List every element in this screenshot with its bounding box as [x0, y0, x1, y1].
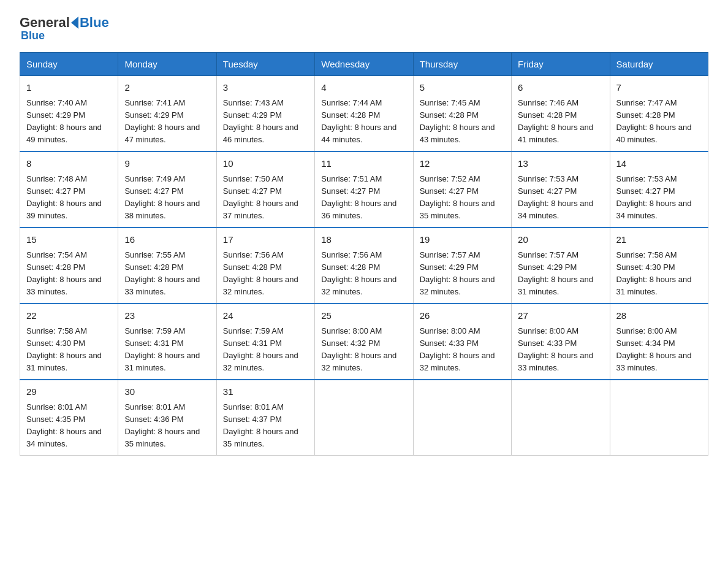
calendar-cell: 15Sunrise: 7:54 AMSunset: 4:28 PMDayligh…	[20, 228, 118, 304]
calendar-cell: 8Sunrise: 7:48 AMSunset: 4:27 PMDaylight…	[20, 151, 118, 228]
weekday-header-row: SundayMondayTuesdayWednesdayThursdayFrid…	[20, 53, 708, 76]
calendar-cell: 29Sunrise: 8:01 AMSunset: 4:35 PMDayligh…	[20, 380, 118, 456]
day-info: Sunrise: 8:01 AMSunset: 4:37 PMDaylight:…	[223, 402, 298, 448]
day-info: Sunrise: 7:53 AMSunset: 4:27 PMDaylight:…	[518, 174, 593, 220]
calendar-cell: 9Sunrise: 7:49 AMSunset: 4:27 PMDaylight…	[118, 151, 216, 228]
day-info: Sunrise: 7:41 AMSunset: 4:29 PMDaylight:…	[124, 98, 200, 144]
day-info: Sunrise: 7:51 AMSunset: 4:27 PMDaylight:…	[321, 174, 396, 220]
calendar-cell: 5Sunrise: 7:45 AMSunset: 4:28 PMDaylight…	[413, 76, 511, 152]
calendar-cell: 23Sunrise: 7:59 AMSunset: 4:31 PMDayligh…	[118, 304, 216, 380]
day-number: 22	[26, 309, 112, 323]
calendar-cell: 2Sunrise: 7:41 AMSunset: 4:29 PMDaylight…	[118, 76, 216, 152]
calendar-cell: 30Sunrise: 8:01 AMSunset: 4:36 PMDayligh…	[118, 380, 216, 456]
calendar-cell	[413, 380, 511, 456]
day-info: Sunrise: 7:43 AMSunset: 4:29 PMDaylight:…	[223, 98, 298, 144]
weekday-header-monday: Monday	[118, 53, 216, 76]
calendar-cell: 20Sunrise: 7:57 AMSunset: 4:29 PMDayligh…	[512, 228, 610, 304]
day-number: 24	[223, 309, 308, 323]
day-info: Sunrise: 7:40 AMSunset: 4:29 PMDaylight:…	[26, 98, 102, 144]
calendar-cell: 7Sunrise: 7:47 AMSunset: 4:28 PMDaylight…	[610, 76, 708, 152]
day-number: 26	[420, 309, 505, 323]
day-number: 9	[124, 157, 210, 171]
day-info: Sunrise: 7:57 AMSunset: 4:29 PMDaylight:…	[420, 250, 495, 296]
day-info: Sunrise: 7:59 AMSunset: 4:31 PMDaylight:…	[124, 326, 200, 372]
day-number: 12	[420, 157, 505, 171]
logo-general-text: General	[20, 15, 70, 31]
day-number: 31	[223, 385, 308, 399]
calendar-cell: 10Sunrise: 7:50 AMSunset: 4:27 PMDayligh…	[216, 151, 314, 228]
calendar-cell: 6Sunrise: 7:46 AMSunset: 4:28 PMDaylight…	[512, 76, 610, 152]
calendar-cell: 4Sunrise: 7:44 AMSunset: 4:28 PMDaylight…	[315, 76, 413, 152]
day-number: 13	[518, 157, 603, 171]
day-info: Sunrise: 7:47 AMSunset: 4:28 PMDaylight:…	[616, 98, 692, 144]
day-info: Sunrise: 7:52 AMSunset: 4:27 PMDaylight:…	[420, 174, 495, 220]
calendar-cell: 12Sunrise: 7:52 AMSunset: 4:27 PMDayligh…	[413, 151, 511, 228]
day-info: Sunrise: 7:53 AMSunset: 4:27 PMDaylight:…	[616, 174, 692, 220]
logo-blue-text: Blue	[80, 15, 109, 31]
calendar-cell: 26Sunrise: 8:00 AMSunset: 4:33 PMDayligh…	[413, 304, 511, 380]
weekday-header-wednesday: Wednesday	[315, 53, 413, 76]
logo: General Blue Blue	[20, 15, 109, 42]
day-number: 4	[321, 81, 406, 95]
day-info: Sunrise: 7:55 AMSunset: 4:28 PMDaylight:…	[124, 250, 200, 296]
weekday-header-tuesday: Tuesday	[216, 53, 314, 76]
day-info: Sunrise: 8:00 AMSunset: 4:32 PMDaylight:…	[321, 326, 396, 372]
weekday-header-saturday: Saturday	[610, 53, 708, 76]
day-info: Sunrise: 7:58 AMSunset: 4:30 PMDaylight:…	[616, 250, 692, 296]
day-number: 20	[518, 233, 603, 247]
day-number: 10	[223, 157, 308, 171]
day-info: Sunrise: 7:59 AMSunset: 4:31 PMDaylight:…	[223, 326, 298, 372]
day-info: Sunrise: 7:45 AMSunset: 4:28 PMDaylight:…	[420, 98, 495, 144]
calendar-week-row: 29Sunrise: 8:01 AMSunset: 4:35 PMDayligh…	[20, 380, 708, 456]
calendar-week-row: 15Sunrise: 7:54 AMSunset: 4:28 PMDayligh…	[20, 228, 708, 304]
day-number: 28	[616, 309, 702, 323]
calendar-week-row: 1Sunrise: 7:40 AMSunset: 4:29 PMDaylight…	[20, 76, 708, 152]
calendar-cell: 11Sunrise: 7:51 AMSunset: 4:27 PMDayligh…	[315, 151, 413, 228]
calendar-week-row: 22Sunrise: 7:58 AMSunset: 4:30 PMDayligh…	[20, 304, 708, 380]
day-number: 21	[616, 233, 702, 247]
day-info: Sunrise: 7:56 AMSunset: 4:28 PMDaylight:…	[321, 250, 396, 296]
day-info: Sunrise: 7:57 AMSunset: 4:29 PMDaylight:…	[518, 250, 593, 296]
day-info: Sunrise: 7:58 AMSunset: 4:30 PMDaylight:…	[26, 326, 102, 372]
day-info: Sunrise: 8:01 AMSunset: 4:36 PMDaylight:…	[124, 402, 200, 448]
day-number: 3	[223, 81, 308, 95]
calendar-cell: 14Sunrise: 7:53 AMSunset: 4:27 PMDayligh…	[610, 151, 708, 228]
day-number: 30	[124, 385, 210, 399]
day-number: 25	[321, 309, 406, 323]
weekday-header-sunday: Sunday	[20, 53, 118, 76]
day-info: Sunrise: 7:50 AMSunset: 4:27 PMDaylight:…	[223, 174, 298, 220]
day-number: 27	[518, 309, 603, 323]
weekday-header-thursday: Thursday	[413, 53, 511, 76]
day-info: Sunrise: 8:00 AMSunset: 4:33 PMDaylight:…	[518, 326, 593, 372]
calendar-cell: 21Sunrise: 7:58 AMSunset: 4:30 PMDayligh…	[610, 228, 708, 304]
calendar-cell: 27Sunrise: 8:00 AMSunset: 4:33 PMDayligh…	[512, 304, 610, 380]
calendar-cell: 24Sunrise: 7:59 AMSunset: 4:31 PMDayligh…	[216, 304, 314, 380]
day-info: Sunrise: 8:00 AMSunset: 4:33 PMDaylight:…	[420, 326, 495, 372]
day-info: Sunrise: 7:56 AMSunset: 4:28 PMDaylight:…	[223, 250, 298, 296]
calendar-cell: 17Sunrise: 7:56 AMSunset: 4:28 PMDayligh…	[216, 228, 314, 304]
calendar-cell: 28Sunrise: 8:00 AMSunset: 4:34 PMDayligh…	[610, 304, 708, 380]
calendar-cell	[315, 380, 413, 456]
calendar-cell	[610, 380, 708, 456]
logo-blue-sub: Blue	[21, 29, 45, 42]
day-number: 11	[321, 157, 406, 171]
day-number: 1	[26, 81, 112, 95]
day-number: 8	[26, 157, 112, 171]
day-number: 5	[420, 81, 505, 95]
calendar-table: SundayMondayTuesdayWednesdayThursdayFrid…	[20, 52, 708, 456]
day-number: 16	[124, 233, 210, 247]
day-number: 18	[321, 233, 406, 247]
day-info: Sunrise: 7:44 AMSunset: 4:28 PMDaylight:…	[321, 98, 396, 144]
day-number: 14	[616, 157, 702, 171]
day-number: 15	[26, 233, 112, 247]
day-number: 29	[26, 385, 112, 399]
day-info: Sunrise: 8:01 AMSunset: 4:35 PMDaylight:…	[26, 402, 102, 448]
weekday-header-friday: Friday	[512, 53, 610, 76]
calendar-cell: 3Sunrise: 7:43 AMSunset: 4:29 PMDaylight…	[216, 76, 314, 152]
calendar-cell: 31Sunrise: 8:01 AMSunset: 4:37 PMDayligh…	[216, 380, 314, 456]
calendar-cell: 13Sunrise: 7:53 AMSunset: 4:27 PMDayligh…	[512, 151, 610, 228]
calendar-cell: 18Sunrise: 7:56 AMSunset: 4:28 PMDayligh…	[315, 228, 413, 304]
day-number: 2	[124, 81, 210, 95]
calendar-week-row: 8Sunrise: 7:48 AMSunset: 4:27 PMDaylight…	[20, 151, 708, 228]
day-number: 7	[616, 81, 702, 95]
